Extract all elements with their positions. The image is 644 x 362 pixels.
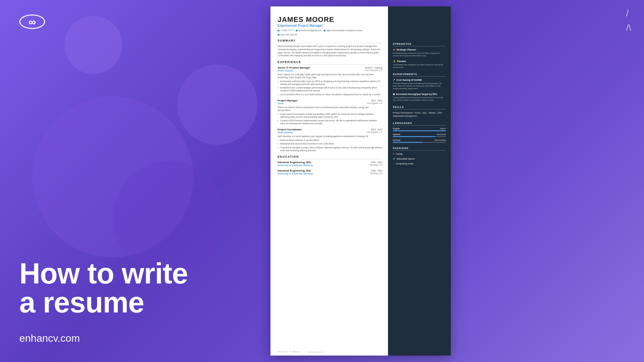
lang-spanish: Spanish Advanced [393, 133, 446, 137]
phone-icon [278, 30, 279, 32]
exp-item-0: Senior IT Product Manager 02/2019 - Ongo… [278, 66, 382, 96]
exp-bullet-2-1: Maintained and documented inventory of o… [278, 142, 382, 145]
achievement-1: ◆ Exceeded throughput target by 90% Cutt… [393, 93, 446, 102]
exp-bullet-0-2: Led re-architect effort of a core SaaS p… [278, 93, 382, 96]
deco-lines: //\ [626, 6, 631, 35]
deco-circle-4 [64, 16, 122, 74]
strengths-title: STRENGTHS [393, 42, 446, 46]
exp-date-2: 2010 - 2012 [371, 128, 382, 131]
strength-0: ★ Strategic Planner Developing steps alo… [393, 48, 446, 57]
exp-bullet-2-2: Proposed & managed a project which reduc… [278, 146, 382, 152]
logo-icon [19, 14, 45, 29]
sports-icon: ⚙ [393, 157, 395, 160]
passion-2: ♪ Composing music [393, 162, 446, 165]
edu-school-0: University of California, Berkeley [278, 164, 313, 166]
exp-company-0: Rover Games [278, 69, 293, 72]
passions-title: PASSIONS [393, 147, 446, 151]
edu-degree-0: Industrial Engineering, MSc [278, 161, 311, 164]
resume-title: Experienced Project Manager [278, 24, 382, 27]
skills-title: SKILLS [393, 106, 446, 109]
edu-date-1: 1996 - 2000 [371, 170, 382, 172]
heart-icon: ♥ [393, 153, 394, 155]
exp-bullet-2-0: Acted as liaison between 3 country offic… [278, 139, 382, 142]
contact-email: jamesmoore@gmail.com [296, 29, 322, 32]
headline-line2: a resume [19, 286, 144, 319]
exp-desc-1: Tesla is an electric vehicle manufacture… [278, 106, 382, 112]
location-icon [278, 34, 279, 36]
achievement-icon-0: ↗ [393, 79, 395, 81]
contact-phone: +1 000 *** **** [278, 29, 294, 32]
exp-company-1: Tesla [278, 102, 284, 105]
contact-location: New York City, NY [278, 33, 298, 36]
skills-text: Product Development · Scrum · SQL · Tabl… [393, 111, 446, 118]
linkedin-icon [324, 30, 326, 32]
resume-left-panel: JAMES MOORE Experienced Project Manager … [270, 6, 388, 356]
achievements-title: ACHIEVEMENTS [393, 73, 446, 77]
exp-role-1: Project Manager [278, 99, 298, 102]
edu-degree-1: Industrial Engineering, BSc [278, 169, 311, 172]
lang-german: German Intermediate [393, 139, 446, 143]
deco-circle-3 [177, 64, 258, 145]
headline-line1: How to write [19, 257, 188, 290]
passion-1: ⚙ Adrenaline Sports [393, 157, 446, 160]
exp-bullet-1-0: Lead a team of developers to build a pro… [278, 113, 382, 118]
edu-location-1: Berkeley, CA [370, 172, 382, 174]
exp-role-2: Project Coordinator [278, 128, 302, 131]
achievement-icon-1: ◆ [393, 93, 395, 96]
edu-item-1: Industrial Engineering, BSc 1996 - 2000 … [278, 169, 382, 175]
resume-name: JAMES MOORE [278, 15, 382, 24]
languages-title: LANGUAGES [393, 122, 446, 125]
deco-circle-2 [113, 161, 225, 274]
exp-bullets-0: Accelerated outbound sales cycle by 330%… [278, 80, 382, 96]
exp-date-1: 2012 - 2019 [371, 99, 382, 102]
main-headline: How to write a resume [19, 259, 188, 317]
passion-0: ♥ Family [393, 153, 446, 155]
powered-by: Powered by ∞ Enhancv [278, 350, 300, 353]
watermark: www.enhancv.com [308, 351, 324, 353]
edu-date-0: 2000 - 2002 [371, 161, 382, 163]
contact-linkedin: https://www.linkedin.com/james-moore [324, 29, 362, 32]
email-icon [296, 30, 298, 32]
summary-text: Result-orientated project team leader wi… [278, 45, 382, 57]
exp-desc-0: Rover Games is a multi-play mobile game … [278, 73, 382, 79]
resume-contact: +1 000 *** **** jamesmoore@gmail.com htt… [278, 29, 382, 36]
exp-bullets-1: Lead a team of developers to build a pro… [278, 113, 382, 125]
exp-location-2: Los Angeles, CA [367, 131, 382, 133]
exp-date-0: 02/2019 - Ongoing [365, 67, 382, 69]
exp-bullet-0-1: Established and curated strategic partne… [278, 86, 382, 92]
exp-item-1: Project Manager 2012 - 2019 Tesla Los An… [278, 99, 382, 125]
music-icon: ♪ [393, 162, 394, 165]
exp-location-0: San Francisco, CA [365, 69, 382, 71]
resume-sidebar: STRENGTHS ★ Strategic Planner Developing… [388, 6, 451, 356]
lang-bar-german [393, 142, 422, 143]
star-icon: ★ [393, 48, 395, 51]
lang-bar-spanish [393, 136, 435, 137]
exp-bullets-2: Acted as liaison between 3 country offic… [278, 139, 382, 152]
lang-english: English Native [393, 127, 446, 131]
exp-bullet-1-1: Curated a $2M business implementation pr… [278, 119, 382, 125]
edu-location-0: Berkeley, CA [370, 164, 382, 166]
summary-section-title: SUMMARY [278, 39, 382, 43]
website-label: enhancv.com [19, 332, 80, 344]
education-section-title: EDUCATION [278, 155, 382, 159]
lang-bar-english [393, 130, 446, 131]
exp-desc-2: Wolf Industries is a home appliance part… [278, 135, 382, 138]
edu-school-1: University of California, Berkeley [278, 172, 313, 175]
exp-bullet-0-0: Accelerated outbound sales cycle by 330%… [278, 80, 382, 86]
edu-item-0: Industrial Engineering, MSc 2000 - 2002 … [278, 161, 382, 167]
flexible-icon: ⚡ [393, 60, 396, 63]
strength-1: ⚡ Flexible Comfortable with ambiguity an… [393, 60, 446, 69]
resume-card: JAMES MOORE Experienced Project Manager … [270, 6, 451, 356]
exp-location-1: Los Angeles, CA [367, 102, 382, 104]
experience-section-title: EXPERIENCE [278, 60, 382, 65]
exp-item-2: Project Coordinator 2010 - 2012 Wolf Ind… [278, 128, 382, 152]
achievement-0: ↗ Cost Saving Of $100M Through efficient… [393, 79, 446, 90]
logo [19, 14, 45, 32]
exp-company-2: Wolf Industry [278, 131, 293, 134]
exp-role-0: Senior IT Product Manager [278, 66, 310, 69]
